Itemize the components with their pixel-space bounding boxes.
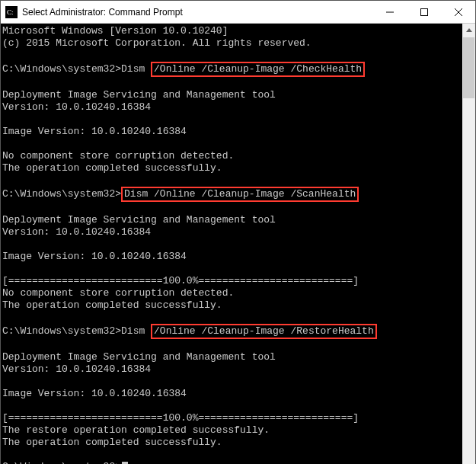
cmd-icon: C: — [5, 6, 18, 18]
svg-rect-3 — [420, 8, 427, 15]
success-msg: The operation completed successfully. — [2, 162, 222, 174]
highlight-checkhealth: /Online /Cleanup-Image /CheckHealth — [151, 62, 365, 77]
close-button[interactable] — [441, 1, 475, 24]
copyright: (c) 2015 Microsoft Corporation. All righ… — [2, 37, 311, 49]
os-banner: Microsoft Windows [Version 10.0.10240] — [2, 25, 228, 37]
svg-marker-6 — [466, 28, 472, 32]
titlebar[interactable]: C: Select Administrator: Command Prompt — [1, 1, 475, 24]
dism-tool-version: Version: 10.0.10240.16384 — [2, 101, 151, 113]
dism-tool-label: Deployment Image Servicing and Managemen… — [2, 214, 276, 226]
dism-tool-version: Version: 10.0.10240.16384 — [2, 363, 151, 375]
terminal-output[interactable]: Microsoft Windows [Version 10.0.10240](c… — [1, 24, 462, 464]
command-prompt-window: C: Select Administrator: Command Prompt … — [0, 0, 476, 464]
image-version: Image Version: 10.0.10240.16384 — [2, 251, 187, 262]
dism-tool-version: Version: 10.0.10240.16384 — [2, 226, 151, 238]
no-corruption-msg: No component store corruption detected. — [2, 287, 234, 299]
highlight-scanhealth: Dism /Online /Cleanup-Image /ScanHealth — [121, 187, 359, 202]
cmd-dism: Dism — [121, 325, 151, 337]
vertical-scrollbar[interactable] — [462, 24, 475, 464]
success-msg: The operation completed successfully. — [2, 437, 222, 448]
scroll-up-button[interactable] — [462, 24, 475, 37]
minimize-button[interactable] — [372, 1, 407, 24]
svg-text:C:: C: — [7, 8, 14, 16]
dism-tool-label: Deployment Image Servicing and Managemen… — [2, 351, 276, 363]
highlight-restorehealth: /Online /Cleanup-Image /RestoreHealth — [151, 324, 377, 339]
success-msg: The operation completed successfully. — [2, 299, 222, 311]
scroll-thumb[interactable] — [463, 37, 474, 98]
dism-tool-label: Deployment Image Servicing and Managemen… — [2, 89, 276, 101]
prompt: C:\Windows\system32> — [2, 188, 121, 200]
progress-bar: [==========================100.0%=======… — [2, 275, 359, 286]
restore-success-msg: The restore operation completed successf… — [2, 424, 270, 436]
prompt: C:\Windows\system32> — [2, 461, 121, 464]
client-area: Microsoft Windows [Version 10.0.10240](c… — [1, 24, 475, 464]
no-corruption-msg: No component store corruption detected. — [2, 150, 234, 162]
maximize-button[interactable] — [407, 1, 441, 24]
cmd-dism: Dism — [121, 63, 151, 75]
image-version: Image Version: 10.0.10240.16384 — [2, 126, 187, 137]
window-title: Select Administrator: Command Prompt — [22, 7, 183, 18]
prompt: C:\Windows\system32> — [2, 325, 121, 337]
image-version: Image Version: 10.0.10240.16384 — [2, 388, 187, 399]
prompt: C:\Windows\system32> — [2, 63, 121, 75]
progress-bar: [==========================100.0%=======… — [2, 412, 359, 424]
